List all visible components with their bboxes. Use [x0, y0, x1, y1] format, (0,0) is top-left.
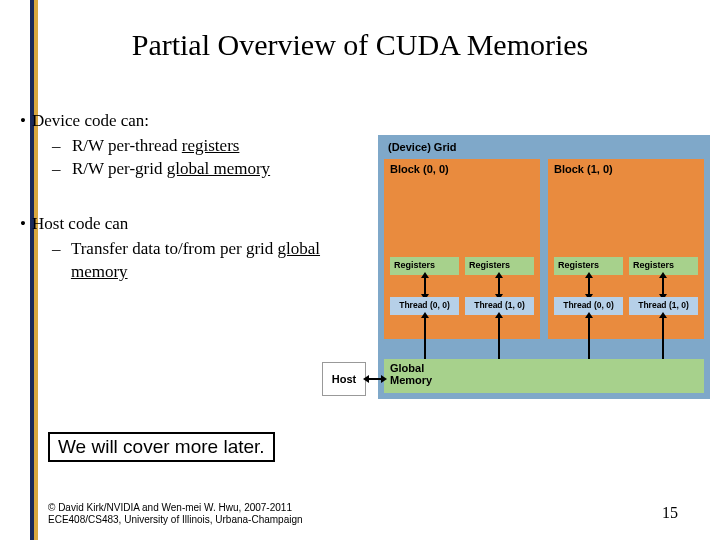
- subbullet-registers: – R/W per-thread registers: [14, 135, 364, 158]
- page-title: Partial Overview of CUDA Memories: [0, 28, 720, 62]
- arrow-icon: [662, 277, 664, 295]
- device-grid-box: (Device) Grid Block (0, 0) Registers Reg…: [378, 135, 710, 399]
- dash-icon: –: [52, 238, 71, 284]
- slide-number: 15: [662, 504, 678, 522]
- sub-underline: global memory: [167, 159, 270, 178]
- arrow-icon: [424, 277, 426, 295]
- arrow-icon: [588, 277, 590, 295]
- sub-text: R/W per-grid: [72, 159, 167, 178]
- grid-label: (Device) Grid: [388, 141, 704, 153]
- copyright: © David Kirk/NVIDIA and Wen-mei W. Hwu, …: [48, 502, 303, 526]
- block-1-0: Block (1, 0) Registers Registers Thread …: [548, 159, 704, 339]
- arrow-icon: [498, 277, 500, 295]
- bullet-text: Host code can: [32, 213, 128, 236]
- bullet-dot-icon: •: [14, 213, 32, 236]
- sub-text: R/W per-thread: [72, 136, 182, 155]
- note-box: We will cover more later.: [48, 432, 275, 462]
- block-0-0: Block (0, 0) Registers Registers Thread …: [384, 159, 540, 339]
- dash-icon: –: [52, 135, 72, 158]
- bullet-device: • Device code can:: [14, 110, 364, 133]
- block-label: Block (1, 0): [554, 163, 704, 175]
- subbullet-transfer: – Transfer data to/from per grid global …: [14, 238, 364, 284]
- bullet-host: • Host code can: [14, 213, 364, 236]
- subbullet-global: – R/W per-grid global memory: [14, 158, 364, 181]
- sub-underline: registers: [182, 136, 240, 155]
- bullet-text: Device code can:: [32, 110, 149, 133]
- global-memory-box: Global Memory: [384, 359, 704, 393]
- bullet-dot-icon: •: [14, 110, 32, 133]
- block-label: Block (0, 0): [390, 163, 540, 175]
- copyright-line: © David Kirk/NVIDIA and Wen-mei W. Hwu, …: [48, 502, 303, 514]
- arrow-icon: [368, 378, 382, 380]
- dash-icon: –: [52, 158, 72, 181]
- sub-text: Transfer data to/from per grid: [71, 239, 278, 258]
- host-box: Host: [322, 362, 366, 396]
- copyright-line: ECE408/CS483, University of Illinois, Ur…: [48, 514, 303, 526]
- bullet-list: • Device code can: – R/W per-thread regi…: [14, 110, 364, 284]
